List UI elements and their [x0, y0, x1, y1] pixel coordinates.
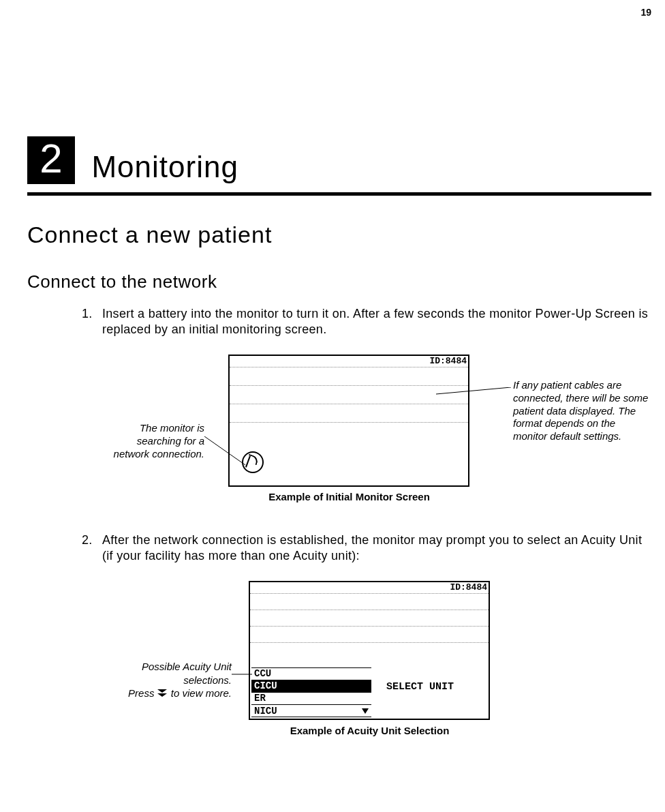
- chevron-down-icon[interactable]: [362, 708, 369, 714]
- double-down-icon: [157, 689, 168, 697]
- chapter-title: Monitoring: [91, 150, 238, 184]
- step-number: 2.: [82, 532, 93, 548]
- unit-list: CCU CICU ER NICU: [251, 667, 371, 717]
- monitor-screen: ID:8484 SELECT UNIT CCU CICU ER NICU: [249, 581, 490, 720]
- figure-caption: Example of Acuity Unit Selection: [249, 725, 491, 736]
- callout-patient-data: If any patient cables are connected, the…: [513, 379, 649, 443]
- page-number: 19: [640, 7, 651, 18]
- callout-unit-selections: Possible Acuity Unit selections. Press t…: [92, 660, 232, 700]
- section-title: Connect a new patient: [27, 222, 272, 248]
- network-searching-icon: [242, 451, 264, 473]
- callout-line2b: to view more.: [171, 687, 232, 699]
- step-2: 2. After the network connection is estab…: [102, 532, 651, 565]
- monitor-screen: ID:8484: [228, 355, 469, 487]
- id-label: ID:8484: [428, 356, 468, 366]
- callout-network-searching: The monitor is searching for a network c…: [109, 422, 204, 460]
- figure-unit-selection: ID:8484 SELECT UNIT CCU CICU ER NICU: [249, 581, 491, 721]
- figure-caption: Example of Initial Monitor Screen: [228, 491, 470, 502]
- chapter-header: 2 Monitoring: [27, 136, 651, 184]
- subsection-title: Connect to the network: [27, 271, 217, 292]
- unit-option-ccu[interactable]: CCU: [251, 667, 371, 680]
- id-label: ID:8484: [448, 582, 489, 592]
- step-text: After the network connection is establis…: [102, 533, 642, 562]
- divider: [27, 192, 651, 196]
- step-1: 1. Insert a battery into the monitor to …: [102, 306, 651, 338]
- select-unit-label: SELECT UNIT: [386, 681, 454, 693]
- figure-initial-screen: ID:8484: [228, 355, 470, 491]
- chapter-number-badge: 2: [27, 136, 75, 184]
- step-number: 1.: [82, 306, 93, 322]
- unit-label: NICU: [254, 706, 277, 717]
- callout-line2a: Press: [128, 687, 154, 699]
- step-text: Insert a battery into the monitor to tur…: [102, 307, 648, 336]
- unit-option-er[interactable]: ER: [251, 692, 371, 704]
- unit-option-cicu[interactable]: CICU: [251, 680, 371, 692]
- callout-line1: Possible Acuity Unit selections.: [142, 661, 232, 686]
- unit-option-nicu[interactable]: NICU: [251, 704, 371, 717]
